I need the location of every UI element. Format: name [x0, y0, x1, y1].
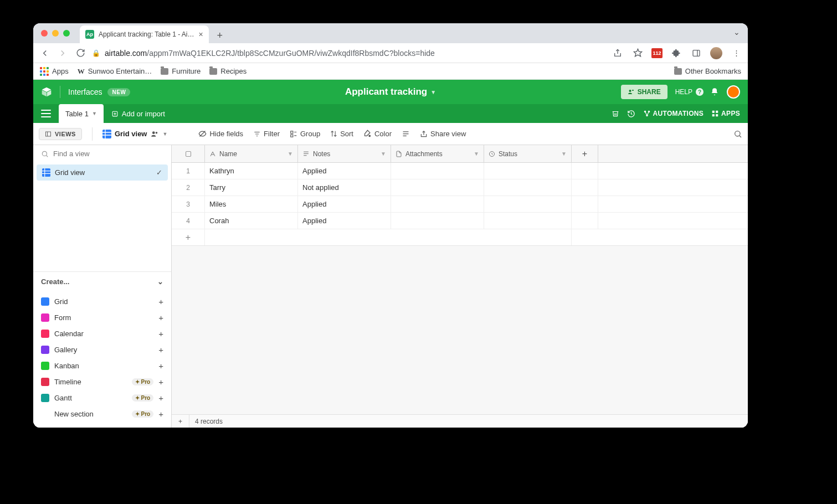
create-view-gantt[interactable]: Gantt✦ Pro+ [38, 390, 167, 406]
cell-name[interactable]: Tarry [205, 179, 298, 196]
select-all-cell[interactable] [172, 145, 205, 162]
plus-icon[interactable]: + [158, 409, 163, 419]
apps-link[interactable]: APPS [711, 110, 740, 117]
airtable-logo-icon[interactable] [41, 86, 52, 97]
plus-icon[interactable]: + [158, 393, 163, 403]
cell-status[interactable] [484, 179, 572, 196]
plus-icon[interactable]: + [158, 297, 163, 306]
create-view-calendar[interactable]: Calendar+ [38, 326, 167, 342]
notifications-icon[interactable] [710, 88, 719, 96]
color-button[interactable]: Color [363, 130, 392, 138]
create-view-form[interactable]: Form+ [38, 310, 167, 326]
bookmark-item[interactable]: Furniture [161, 67, 201, 75]
cell-name[interactable]: Corah [205, 213, 298, 229]
help-icon[interactable]: ? [696, 88, 704, 96]
cell-status[interactable] [484, 163, 572, 179]
address-bar[interactable]: 🔒 airtable.com/appm7mWaQ1EKLC2RJ/tblp8Sc… [92, 49, 606, 58]
table-row[interactable]: 4CorahApplied [172, 213, 748, 229]
help-link[interactable]: HELP [675, 88, 692, 96]
column-header-attachments[interactable]: Attachments▼ [391, 145, 484, 162]
add-or-import-button[interactable]: Add or import [111, 110, 165, 118]
star-icon[interactable] [631, 47, 644, 59]
bookmark-item[interactable]: WSunwoo Entertain… [78, 67, 152, 76]
plus-icon[interactable]: + [158, 345, 163, 354]
cell-status[interactable] [484, 213, 572, 229]
close-window-icon[interactable] [41, 30, 48, 37]
interfaces-link[interactable]: Interfaces [68, 88, 102, 96]
find-view-input[interactable] [53, 150, 163, 158]
base-name[interactable]: Applicant tracking▼ [345, 86, 436, 97]
tabs-overflow-icon[interactable]: ⌄ [733, 28, 740, 37]
browser-menu-icon[interactable]: ⋮ [730, 47, 742, 59]
extension-badge[interactable]: 112 [651, 48, 663, 58]
cell-notes[interactable]: Not applied [298, 179, 391, 196]
create-view-kanban[interactable]: Kanban+ [38, 358, 167, 374]
cell-attachments[interactable] [391, 163, 484, 179]
automations-link[interactable]: AUTOMATIONS [643, 110, 704, 117]
column-header-status[interactable]: Status▼ [484, 145, 572, 162]
cell-attachments[interactable] [391, 196, 484, 212]
apps-shortcut[interactable]: Apps [40, 67, 69, 76]
hide-fields-button[interactable]: Hide fields [198, 130, 243, 138]
create-view-gallery[interactable]: Gallery+ [38, 342, 167, 358]
cell-name[interactable]: Miles [205, 196, 298, 212]
create-view-new-section[interactable]: New section✦ Pro+ [38, 406, 167, 422]
browser-tab[interactable]: Ap Applicant tracking: Table 1 - Ai… × [80, 25, 209, 43]
maximize-window-icon[interactable] [63, 30, 70, 37]
add-row[interactable]: + [172, 229, 748, 246]
bookmark-label: Other Bookmarks [685, 67, 741, 75]
create-view-grid[interactable]: Grid+ [38, 294, 167, 310]
plus-icon[interactable]: + [158, 377, 163, 387]
svg-rect-16 [716, 111, 718, 113]
cell-attachments[interactable] [391, 179, 484, 196]
close-tab-icon[interactable]: × [199, 30, 203, 39]
cell-notes[interactable]: Applied [298, 196, 391, 212]
filter-button[interactable]: Filter [253, 130, 280, 138]
cell-attachments[interactable] [391, 213, 484, 229]
views-button[interactable]: VIEWS [39, 128, 82, 140]
table-tab[interactable]: Table 1▼ [59, 104, 104, 123]
profile-avatar[interactable] [710, 47, 722, 59]
cell-status[interactable] [484, 196, 572, 212]
table-row[interactable]: 1KathrynApplied [172, 163, 748, 179]
view-name[interactable]: Grid view ▼ [102, 130, 167, 138]
share-button[interactable]: SHARE [621, 85, 667, 99]
table-bar: Table 1▼ Add or import AUTOMATIONS APPS [33, 104, 748, 123]
plus-icon[interactable]: + [158, 313, 163, 322]
plus-icon[interactable]: + [158, 361, 163, 371]
add-row-footer[interactable]: + [172, 415, 189, 428]
share-view-button[interactable]: Share view [420, 130, 466, 138]
create-view-timeline[interactable]: Timeline✦ Pro+ [38, 374, 167, 390]
table-row[interactable]: 2TarryNot applied [172, 179, 748, 196]
minimize-window-icon[interactable] [52, 30, 59, 37]
search-icon[interactable] [733, 130, 742, 138]
other-bookmarks[interactable]: Other Bookmarks [674, 67, 741, 75]
sort-button[interactable]: Sort [330, 130, 353, 138]
trash-icon[interactable] [612, 110, 619, 117]
view-item-grid[interactable]: Grid view ✓ [37, 164, 168, 181]
row-height-button[interactable] [402, 130, 410, 138]
add-field-button[interactable]: + [572, 145, 598, 162]
sidepanel-icon[interactable] [690, 47, 702, 59]
group-button[interactable]: Group [290, 130, 320, 138]
bookmark-item[interactable]: Recipes [209, 67, 247, 75]
cell-notes[interactable]: Applied [298, 163, 391, 179]
cell-name[interactable]: Kathryn [205, 163, 298, 179]
base-menu-icon[interactable] [41, 110, 51, 117]
column-header-name[interactable]: Name▼ [205, 145, 298, 162]
column-header-notes[interactable]: Notes▼ [298, 145, 391, 162]
share-url-icon[interactable] [612, 47, 624, 59]
table-row[interactable]: 3MilesApplied [172, 196, 748, 213]
reload-button[interactable] [74, 47, 86, 59]
record-count: 4 records [195, 418, 223, 425]
create-header[interactable]: Create... ⌄ [33, 271, 171, 291]
forward-button[interactable] [57, 47, 69, 59]
user-avatar[interactable] [727, 85, 740, 99]
new-tab-button[interactable]: + [212, 28, 228, 43]
history-icon[interactable] [627, 110, 635, 118]
back-button[interactable] [39, 47, 51, 59]
svg-point-41 [42, 151, 47, 156]
plus-icon[interactable]: + [158, 329, 163, 338]
cell-notes[interactable]: Applied [298, 213, 391, 229]
extensions-icon[interactable] [670, 47, 682, 59]
